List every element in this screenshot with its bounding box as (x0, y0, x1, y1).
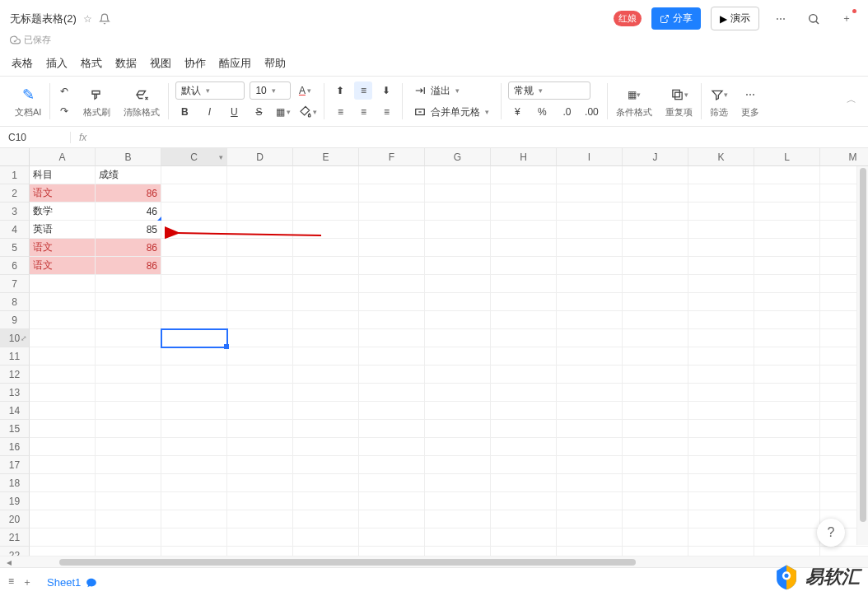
col-header-I[interactable]: I (557, 148, 623, 166)
cell-H10[interactable] (491, 329, 557, 347)
cell-G20[interactable] (425, 510, 491, 528)
cell-E19[interactable] (293, 492, 359, 510)
cell-E16[interactable] (293, 438, 359, 456)
col-header-B[interactable]: B (96, 148, 161, 166)
cell-L16[interactable] (754, 438, 820, 456)
cell-H2[interactable] (491, 184, 557, 203)
cell-H1[interactable] (491, 166, 557, 184)
cell-K21[interactable] (688, 528, 754, 547)
cell-K22[interactable] (688, 547, 754, 556)
menu-format[interactable]: 格式 (81, 56, 102, 71)
row-header-13[interactable]: 13 (0, 384, 30, 402)
cell-D2[interactable] (227, 184, 293, 203)
cell-D12[interactable] (227, 366, 293, 384)
cell-G15[interactable] (425, 420, 491, 438)
cell-D16[interactable] (227, 438, 293, 456)
list-sheets-icon[interactable]: ≡ (8, 575, 14, 589)
row-header-16[interactable]: 16 (0, 438, 30, 456)
cell-C19[interactable] (161, 492, 227, 510)
cell-C9[interactable] (161, 311, 227, 329)
cell-I20[interactable] (557, 510, 623, 528)
cell-D15[interactable] (227, 420, 293, 438)
cell-L4[interactable] (754, 221, 820, 239)
cell-H16[interactable] (491, 438, 557, 456)
cell-F11[interactable] (359, 347, 425, 366)
cell-C7[interactable] (161, 275, 227, 293)
bold-icon[interactable]: B (175, 103, 194, 121)
collapse-toolbar-icon[interactable]: ︿ (847, 93, 856, 107)
cell-K2[interactable] (688, 184, 754, 203)
row-header-22[interactable]: 22 (0, 547, 30, 556)
cell-G16[interactable] (425, 438, 491, 456)
cell-I8[interactable] (557, 293, 623, 311)
cell-F8[interactable] (359, 293, 425, 311)
cell-J7[interactable] (623, 275, 688, 293)
cell-K18[interactable] (688, 474, 754, 492)
cell-I1[interactable] (557, 166, 623, 184)
cell-H3[interactable] (491, 203, 557, 221)
percent-icon[interactable]: % (533, 103, 551, 121)
cell-A18[interactable] (30, 474, 96, 492)
row-header-14[interactable]: 14 (0, 402, 30, 420)
cell-C22[interactable] (161, 547, 227, 556)
cell-C16[interactable] (161, 438, 227, 456)
cell-L14[interactable] (754, 402, 820, 420)
cell-F17[interactable] (359, 456, 425, 474)
col-header-M[interactable]: M (820, 148, 868, 166)
cell-E20[interactable] (293, 510, 359, 528)
cell-E3[interactable] (293, 203, 359, 221)
cell-reference[interactable]: C10 (0, 132, 71, 143)
cell-K1[interactable] (688, 166, 754, 184)
cell-J20[interactable] (623, 510, 688, 528)
cell-J4[interactable] (623, 221, 688, 239)
cell-L19[interactable] (754, 492, 820, 510)
cell-A4[interactable]: 英语 (30, 221, 96, 239)
cell-F10[interactable] (359, 329, 425, 347)
share-button[interactable]: 分享 (651, 7, 701, 30)
cell-I3[interactable] (557, 203, 623, 221)
row-header-20[interactable]: 20 (0, 510, 30, 528)
star-icon[interactable]: ☆ (83, 13, 92, 25)
col-header-A[interactable]: A (30, 148, 96, 166)
cell-L2[interactable] (754, 184, 820, 203)
scroll-left-icon[interactable]: ◂ (0, 556, 18, 568)
cell-J1[interactable] (623, 166, 688, 184)
vertical-scrollbar[interactable] (856, 166, 868, 545)
cell-H4[interactable] (491, 221, 557, 239)
cell-J6[interactable] (623, 257, 688, 275)
cell-E14[interactable] (293, 402, 359, 420)
more-icon[interactable]: ⋯ (741, 86, 759, 104)
cell-L5[interactable] (754, 239, 820, 257)
cell-D21[interactable] (227, 528, 293, 547)
cell-F7[interactable] (359, 275, 425, 293)
row-header-6[interactable]: 6 (0, 257, 30, 275)
cell-G12[interactable] (425, 366, 491, 384)
overflow-select[interactable]: 溢出▾ (409, 81, 478, 100)
cell-I6[interactable] (557, 257, 623, 275)
cell-G13[interactable] (425, 384, 491, 402)
cell-G1[interactable] (425, 166, 491, 184)
cell-A16[interactable] (30, 438, 96, 456)
cell-F18[interactable] (359, 474, 425, 492)
cell-G21[interactable] (425, 528, 491, 547)
cond-format-icon[interactable]: ▦▾ (625, 86, 643, 104)
cell-C1[interactable] (161, 166, 227, 184)
cell-K3[interactable] (688, 203, 754, 221)
cell-C13[interactable] (161, 384, 227, 402)
cell-L12[interactable] (754, 366, 820, 384)
cell-I19[interactable] (557, 492, 623, 510)
cell-B17[interactable] (96, 456, 161, 474)
cell-D10[interactable] (227, 329, 293, 347)
cell-E11[interactable] (293, 347, 359, 366)
cell-J16[interactable] (623, 438, 688, 456)
cell-B8[interactable] (96, 293, 161, 311)
cell-G3[interactable] (425, 203, 491, 221)
cell-F22[interactable] (359, 547, 425, 556)
cell-B1[interactable]: 成绩 (96, 166, 161, 184)
cell-J15[interactable] (623, 420, 688, 438)
cell-J19[interactable] (623, 492, 688, 510)
more-menu-icon[interactable]: ⋯ (769, 7, 792, 30)
cell-L13[interactable] (754, 384, 820, 402)
cell-L9[interactable] (754, 311, 820, 329)
cell-D22[interactable] (227, 547, 293, 556)
